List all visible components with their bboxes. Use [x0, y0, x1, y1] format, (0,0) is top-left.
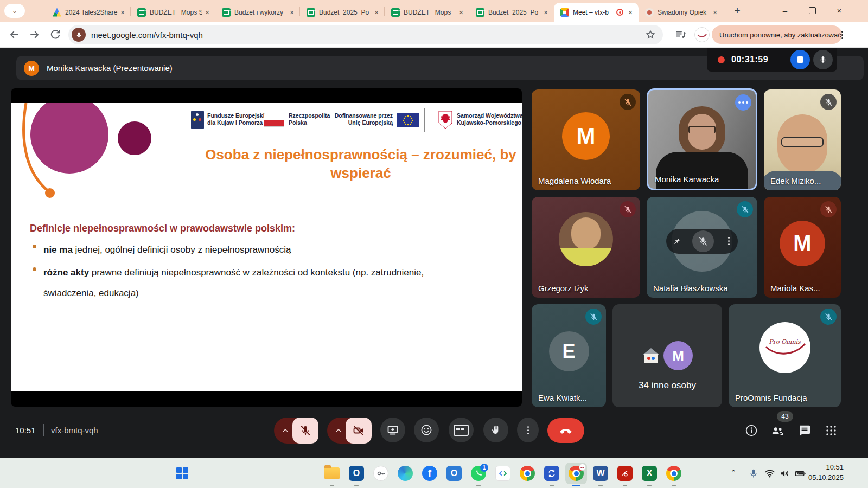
- participant-avatar: M: [780, 221, 825, 266]
- tab-close-icon[interactable]: ×: [287, 8, 297, 17]
- profile-avatar[interactable]: [694, 27, 710, 42]
- window-minimize-button[interactable]: –: [773, 0, 797, 21]
- sync-app-icon[interactable]: [543, 465, 560, 482]
- file-explorer-icon[interactable]: [323, 465, 341, 482]
- more-options-button[interactable]: [517, 418, 539, 442]
- chat-panel-icon[interactable]: [797, 423, 812, 438]
- muted-mic-icon: [620, 94, 636, 110]
- logo-text: Samorząd Województwa: [457, 112, 522, 119]
- tab-search-chevron-button[interactable]: ⌄: [4, 4, 25, 18]
- end-call-button[interactable]: [547, 418, 584, 443]
- funding-logos-row: Fundusze Europejskiedla Kujaw i Pomorza …: [11, 103, 522, 136]
- people-panel-icon[interactable]: [770, 423, 784, 438]
- participant-tile-proomnis[interactable]: Pro Omnis ProOmnis Fundacja: [729, 304, 841, 407]
- tab-sheet-3[interactable]: Budżet_2025_Po ×: [300, 3, 385, 22]
- chrome-icon[interactable]: [519, 465, 536, 482]
- participant-count-badge: 43: [777, 411, 793, 422]
- participant-tile-mariola[interactable]: M Mariola Kas...: [764, 197, 841, 298]
- tab-close-icon[interactable]: ×: [202, 8, 212, 17]
- outlook-classic-icon[interactable]: O: [348, 465, 365, 482]
- back-icon[interactable]: [8, 28, 21, 41]
- stop-recording-button[interactable]: [790, 50, 810, 69]
- reload-icon[interactable]: [49, 28, 62, 41]
- tile-more-icon[interactable]: [725, 237, 732, 245]
- meeting-code: vfx-bmtq-vqh: [51, 426, 98, 435]
- password-key-icon[interactable]: [372, 465, 390, 482]
- camera-off-button[interactable]: [346, 418, 372, 444]
- window-maximize-button[interactable]: [800, 0, 825, 21]
- tab-sheet-2[interactable]: Budżet i wykorzy ×: [215, 3, 300, 22]
- mic-muted-button[interactable]: [292, 418, 318, 444]
- raise-hand-button[interactable]: [483, 418, 508, 442]
- tab-drive[interactable]: 2024 Tales2Share ×: [46, 3, 131, 22]
- tab-swiadomy[interactable]: Świadomy Opiek ×: [639, 3, 723, 22]
- chrome-update-button[interactable]: Uruchom ponownie, aby zaktualizować: [712, 25, 842, 44]
- reading-list-icon[interactable]: [674, 28, 687, 41]
- tray-volume-icon[interactable]: [779, 467, 791, 479]
- browser-menu-icon[interactable]: [841, 31, 843, 39]
- new-tab-button[interactable]: +: [730, 4, 745, 18]
- tile-mute-button[interactable]: [692, 230, 714, 252]
- tab-sheet-5[interactable]: Budżet_2025_Po ×: [469, 3, 554, 22]
- tab-close-icon[interactable]: ×: [456, 8, 466, 17]
- tab-sheet-4[interactable]: BUDŻET _Mops_ ×: [385, 3, 469, 22]
- tile-more-options-button[interactable]: [735, 94, 751, 111]
- tab-close-icon[interactable]: ×: [541, 8, 551, 17]
- tab-separator: [215, 7, 215, 16]
- running-indicator: [647, 485, 652, 486]
- participant-tile-edek-video[interactable]: Edek Miziko...: [764, 89, 841, 190]
- sheets-icon: [137, 8, 146, 17]
- participant-avatar: M: [562, 112, 610, 160]
- outlook-new-icon[interactable]: O: [445, 465, 463, 482]
- meeting-details-icon[interactable]: [744, 423, 758, 438]
- tab-close-icon[interactable]: ×: [710, 8, 720, 17]
- acrobat-icon[interactable]: [616, 465, 634, 482]
- tray-wifi-icon[interactable]: [764, 467, 776, 479]
- chrome-icon-2[interactable]: [665, 465, 682, 482]
- participant-tile-monika-video[interactable]: Monika Karwacka: [647, 88, 757, 190]
- site-mic-permission-icon[interactable]: [72, 28, 86, 42]
- participant-tile-magdalena[interactable]: M Magdalena Włodara: [532, 89, 640, 190]
- tab-close-icon[interactable]: ×: [118, 8, 127, 17]
- running-indicator: [550, 485, 554, 486]
- captions-button[interactable]: [449, 418, 474, 442]
- tray-battery-icon[interactable]: [794, 467, 806, 479]
- participant-tile-ewa[interactable]: E Ewa Kwiatk...: [532, 304, 606, 407]
- window-close-button[interactable]: ×: [827, 0, 852, 21]
- tab-close-icon[interactable]: ×: [626, 8, 635, 17]
- tab-close-icon[interactable]: ×: [372, 8, 381, 17]
- maximize-icon: [809, 7, 816, 14]
- tray-chevron-icon[interactable]: ⌃: [727, 466, 740, 479]
- forward-icon[interactable]: [28, 28, 41, 41]
- taskbar-clock[interactable]: 10:51 05.10.2025: [808, 462, 844, 483]
- logo-text: Rzeczpospolita: [289, 112, 330, 119]
- slide-bullet: nie ma jednej, ogólnej definicji osoby z…: [33, 240, 456, 260]
- logo-text: Kujawsko-Pomorskiego: [457, 119, 521, 126]
- google-code-icon[interactable]: [494, 465, 512, 482]
- excel-icon[interactable]: X: [641, 465, 658, 482]
- edge-icon[interactable]: [397, 465, 414, 482]
- start-button[interactable]: [174, 465, 191, 482]
- activities-grid-icon[interactable]: [824, 423, 838, 438]
- whatsapp-icon[interactable]: 1: [470, 465, 487, 482]
- tab-sheet-1[interactable]: BUDŻET _Mops S ×: [131, 3, 215, 22]
- pin-icon[interactable]: [672, 236, 681, 246]
- url-text[interactable]: meet.google.com/vfx-bmtq-vqh: [91, 30, 644, 40]
- word-icon[interactable]: W: [592, 465, 609, 482]
- bookmark-star-icon[interactable]: [644, 29, 656, 41]
- meeting-time: 10:51: [15, 426, 36, 435]
- tab-meet-active[interactable]: Meet – vfx-b ×: [554, 3, 639, 22]
- present-screen-button[interactable]: [380, 418, 405, 442]
- reactions-button[interactable]: [414, 418, 439, 442]
- address-bar[interactable]: meet.google.com/vfx-bmtq-vqh: [68, 25, 663, 44]
- participant-tile-grzegorz[interactable]: Grzegorz Iżyk: [532, 197, 640, 298]
- muted-mic-icon: [737, 201, 753, 217]
- tray-mic-icon[interactable]: [748, 467, 760, 479]
- chrome-active-window-icon[interactable]: [565, 463, 587, 484]
- logo-text: Polska: [289, 119, 307, 126]
- whatsapp-badge: 1: [480, 464, 488, 472]
- recorder-mic-button[interactable]: [813, 50, 833, 69]
- facebook-icon[interactable]: f: [421, 465, 438, 482]
- participant-tile-natalia[interactable]: Natalia Błaszkowska: [647, 197, 757, 298]
- overflow-participants-tile[interactable]: M 34 inne osoby: [612, 304, 722, 407]
